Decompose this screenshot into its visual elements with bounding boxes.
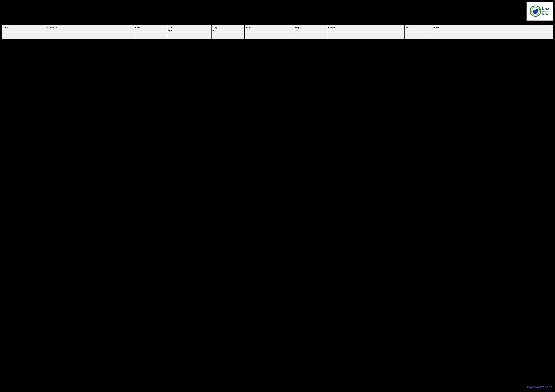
header-date: Date bbox=[2, 25, 46, 33]
header-line: Line bbox=[134, 25, 167, 33]
header-sex: Sex bbox=[404, 25, 432, 33]
header-property: Property bbox=[46, 25, 134, 33]
brand-text-block: bnz SAVE THE KIWI bbox=[542, 6, 550, 16]
logo-inner: bnz SAVE THE KIWI bbox=[530, 6, 550, 17]
table-header-row: Date Property Line Trap type Trap no. Ba… bbox=[2, 25, 553, 33]
svg-point-5 bbox=[537, 10, 538, 10]
header-catch: Catch bbox=[327, 25, 404, 33]
trap-records-table: Date Property Line Trap type Trap no. Ba… bbox=[2, 24, 553, 39]
footer-email-link[interactable]: kiwendi@xtra.co.nz bbox=[527, 385, 552, 389]
footer-email-container: kiwendi@xtra.co.nz bbox=[527, 385, 552, 389]
kiwi-label: KIWI bbox=[542, 12, 550, 16]
data-table-wrapper: Date Property Line Trap type Trap no. Ba… bbox=[2, 24, 553, 39]
kiwi-icon bbox=[530, 6, 541, 17]
bnz-brand-name: bnz bbox=[542, 6, 549, 11]
svg-line-4 bbox=[538, 9, 540, 10]
header-bait: Bait bbox=[244, 25, 294, 33]
header-notes: Notes bbox=[432, 25, 553, 33]
table-row bbox=[2, 33, 553, 39]
header-trap-type: Trap type bbox=[167, 25, 211, 33]
header-trap-no: Trap no. bbox=[211, 25, 244, 33]
logo-container: bnz SAVE THE KIWI bbox=[526, 2, 553, 21]
svg-point-3 bbox=[536, 9, 539, 12]
header-days-set: Days set bbox=[294, 25, 327, 33]
page-container: bnz SAVE THE KIWI Date Property Line Tra… bbox=[0, 0, 555, 392]
